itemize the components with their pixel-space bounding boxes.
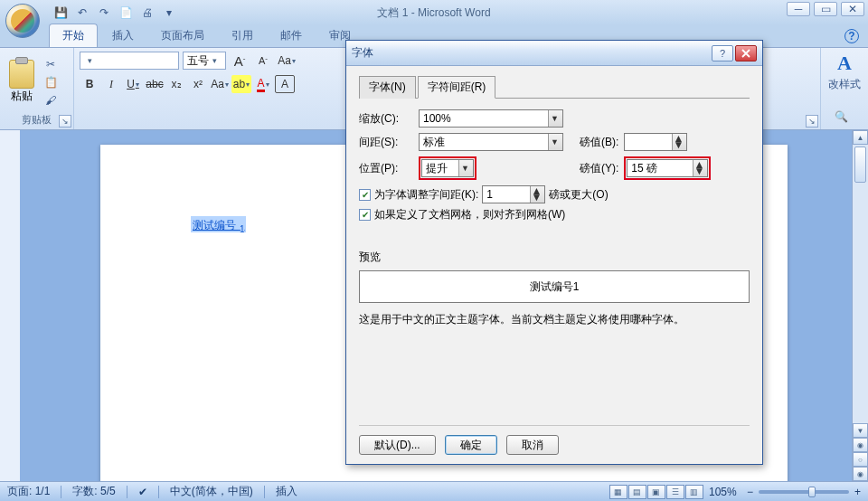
font-dialog: 字体 ? 字体(N) 字符间距(R) 缩放(C): 100%▼ 间距(S): 标…	[345, 40, 763, 465]
prev-page-icon[interactable]: ◉	[853, 438, 868, 452]
spacing-points-label: 磅值(B):	[580, 135, 618, 150]
position-select[interactable]: 提升▼	[421, 159, 474, 177]
dialog-tab-spacing[interactable]: 字符间距(R)	[418, 76, 496, 99]
underline-button[interactable]: U	[123, 75, 143, 93]
dialog-title: 字体	[352, 45, 373, 61]
view-print-layout-icon[interactable]: ▦	[609, 485, 627, 499]
status-mode[interactable]: 插入	[276, 484, 297, 499]
qat-undo-icon[interactable]: ↶	[72, 3, 92, 23]
tab-references[interactable]: 引用	[219, 24, 266, 47]
preview-description: 这是用于中文的正文主题字体。当前文档主题定义将使用哪种字体。	[359, 312, 750, 327]
position-label: 位置(P):	[359, 161, 413, 176]
view-outline-icon[interactable]: ☰	[666, 485, 684, 499]
font-family-combo[interactable]	[80, 52, 179, 70]
dialog-tab-font[interactable]: 字体(N)	[359, 76, 416, 99]
statusbar: 页面: 1/1 字数: 5/5 ✔ 中文(简体，中国) 插入 ▦ ▤ ▣ ☰ ▥…	[0, 481, 868, 501]
status-proof-icon[interactable]: ✔	[138, 486, 147, 498]
snap-grid-checkbox[interactable]: ✔	[359, 209, 371, 221]
minimize-button[interactable]: ─	[787, 2, 810, 16]
cut-icon[interactable]: ✂	[42, 57, 60, 71]
superscript-button[interactable]: x²	[188, 75, 208, 93]
position-points-highlight: 15 磅▲▼	[624, 156, 711, 180]
zoom-slider-thumb[interactable]	[808, 487, 816, 497]
maximize-button[interactable]: ▭	[814, 2, 837, 16]
vertical-scrollbar[interactable]: ▲ ▼ ◉ ○ ◉	[852, 130, 868, 481]
office-button[interactable]	[5, 4, 40, 38]
spacing-select[interactable]: 标准▼	[419, 133, 563, 151]
kerning-spin[interactable]: 1▲▼	[482, 185, 545, 203]
zoom-in-button[interactable]: +	[854, 486, 861, 498]
bold-button[interactable]: B	[80, 75, 99, 93]
kerning-unit-label: 磅或更大(O)	[549, 187, 608, 203]
qat-new-icon[interactable]: 📄	[116, 3, 136, 23]
tab-layout[interactable]: 页面布局	[148, 24, 217, 47]
spacing-points-spin[interactable]: ▲▼	[624, 133, 687, 151]
tab-mailings[interactable]: 邮件	[268, 24, 315, 47]
editing-icon: 🔍	[828, 105, 854, 128]
scale-label: 缩放(C):	[359, 111, 413, 127]
paste-button[interactable]: 粘贴	[5, 57, 38, 108]
tab-home[interactable]: 开始	[49, 24, 98, 47]
subscript-button[interactable]: x₂	[166, 75, 186, 93]
highlight-button[interactable]: ab	[231, 75, 251, 93]
change-styles-button[interactable]: A 改样式	[828, 52, 861, 92]
position-points-spin[interactable]: 15 磅▲▼	[627, 159, 708, 177]
qat-save-icon[interactable]: 💾	[51, 3, 71, 23]
help-icon[interactable]: ?	[844, 29, 859, 43]
dialog-close-button[interactable]	[735, 45, 757, 61]
qat-customize-icon[interactable]: ▾	[159, 3, 179, 23]
view-web-icon[interactable]: ▣	[647, 485, 665, 499]
vertical-ruler	[0, 130, 20, 481]
change-case-button[interactable]: Aa	[210, 75, 230, 93]
font-color-button[interactable]: A	[253, 75, 273, 93]
grow-font-icon[interactable]: Aˆ	[230, 52, 250, 70]
status-page[interactable]: 页面: 1/1	[7, 484, 50, 499]
tab-insert[interactable]: 插入	[99, 24, 146, 47]
font-launcher[interactable]: ↘	[806, 115, 818, 128]
scroll-up-icon[interactable]: ▲	[853, 130, 868, 145]
browse-object-icon[interactable]: ○	[853, 452, 868, 467]
view-fullscreen-icon[interactable]: ▤	[628, 485, 646, 499]
character-border-button[interactable]: A	[275, 75, 295, 93]
qat-print-icon[interactable]: 🖨	[137, 3, 157, 23]
clear-formatting-icon[interactable]: Aa	[277, 52, 297, 70]
dialog-titlebar[interactable]: 字体 ?	[346, 41, 762, 66]
scale-select[interactable]: 100%▼	[419, 109, 563, 128]
dialog-help-button[interactable]: ?	[712, 45, 733, 61]
format-painter-icon[interactable]: 🖌	[42, 93, 60, 108]
next-page-icon[interactable]: ◉	[853, 467, 868, 481]
scroll-down-icon[interactable]: ▼	[853, 423, 868, 438]
paste-label: 粘贴	[11, 89, 33, 104]
preview-box: 测试编号1	[359, 270, 750, 303]
zoom-percent[interactable]: 105%	[709, 486, 741, 498]
italic-button[interactable]: I	[101, 75, 121, 93]
preview-label: 预览	[359, 250, 750, 265]
shrink-font-icon[interactable]: Aˇ	[253, 52, 273, 70]
copy-icon[interactable]: 📋	[42, 75, 60, 90]
clipboard-launcher[interactable]: ↘	[59, 115, 71, 128]
strikethrough-button[interactable]: abc	[145, 75, 165, 93]
position-points-label: 磅值(Y):	[580, 161, 618, 176]
qat-redo-icon[interactable]: ↷	[94, 3, 114, 23]
window-title: 文档 1 - Microsoft Word	[377, 5, 490, 21]
ok-button[interactable]: 确定	[445, 435, 497, 455]
scroll-thumb[interactable]	[854, 147, 866, 183]
status-language[interactable]: 中文(简体，中国)	[170, 484, 253, 499]
titlebar: 💾 ↶ ↷ 📄 🖨 ▾ 文档 1 - Microsoft Word ─ ▭ ✕	[0, 0, 868, 25]
status-words[interactable]: 字数: 5/5	[72, 484, 115, 499]
cancel-button[interactable]: 取消	[506, 435, 559, 455]
zoom-out-button[interactable]: −	[747, 486, 753, 498]
quick-access-toolbar: 💾 ↶ ↷ 📄 🖨 ▾	[51, 3, 179, 23]
spacing-label: 间距(S):	[359, 135, 413, 150]
kerning-label: 为字体调整字间距(K):	[374, 187, 478, 203]
position-highlight: 提升▼	[419, 156, 476, 180]
zoom-slider[interactable]	[759, 490, 849, 494]
kerning-checkbox[interactable]: ✔	[359, 189, 371, 201]
snap-grid-label: 如果定义了文档网格，则对齐到网格(W)	[374, 207, 565, 222]
default-button[interactable]: 默认(D)...	[359, 435, 436, 455]
change-styles-label: 改样式	[828, 77, 861, 92]
font-size-combo[interactable]: 五号	[183, 52, 226, 70]
document-text[interactable]: 测试编号 1	[191, 216, 246, 232]
close-button[interactable]: ✕	[841, 2, 864, 16]
view-draft-icon[interactable]: ▥	[685, 485, 703, 499]
